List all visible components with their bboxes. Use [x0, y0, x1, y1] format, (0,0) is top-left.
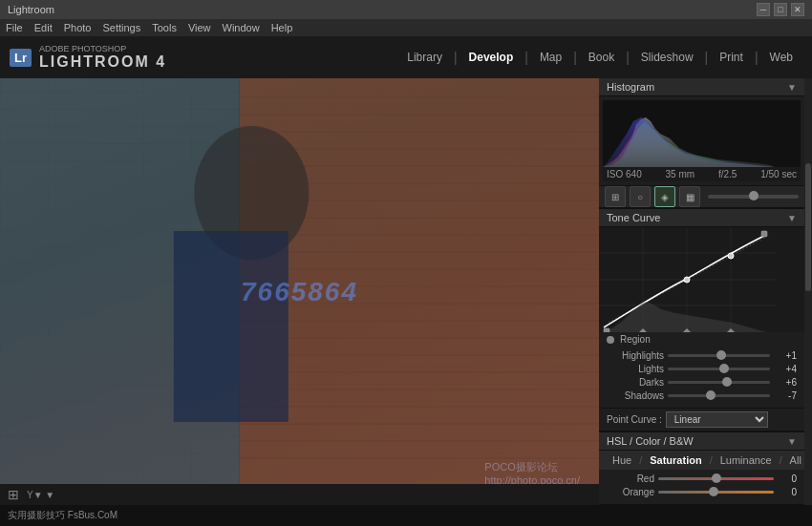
- histogram-graph: [603, 100, 801, 167]
- point-curve-label: Point Curve :: [607, 414, 662, 425]
- tab-map[interactable]: Map: [530, 47, 571, 68]
- region-label: Region: [620, 334, 651, 345]
- exposure-slider[interactable]: [708, 195, 799, 199]
- point-curve-select[interactable]: Linear Medium Contrast Strong Contrast: [666, 411, 768, 428]
- nav-sep-1: |: [454, 50, 458, 65]
- shadows-row: Shadows -7: [607, 390, 797, 401]
- svg-point-33: [684, 277, 690, 283]
- menu-window[interactable]: Window: [223, 22, 260, 33]
- histogram-arrow[interactable]: ▼: [787, 82, 797, 93]
- hsl-tabs: Hue / Saturation / Luminance / All: [599, 451, 804, 470]
- header: Lr ADOBE PHOTOSHOP LIGHTROOM 4 Library |…: [0, 36, 812, 78]
- nav-sep-6: |: [755, 50, 759, 65]
- title-bar: Lightroom ─ □ ✕: [0, 0, 812, 19]
- svg-rect-25: [174, 231, 288, 422]
- maximize-button[interactable]: □: [774, 3, 787, 16]
- window-controls[interactable]: ─ □ ✕: [757, 3, 804, 16]
- shadows-label: Shadows: [607, 390, 664, 401]
- tab-library[interactable]: Library: [397, 47, 452, 68]
- tab-book[interactable]: Book: [579, 47, 624, 68]
- hsl-header: HSL / Color / B&W ▼: [599, 432, 804, 451]
- shadows-value: -7: [774, 390, 797, 401]
- lights-track[interactable]: [668, 368, 770, 370]
- red-sat-row: Red 0: [607, 473, 797, 484]
- tone-curve-graph[interactable]: [599, 227, 804, 332]
- scrollbar-right[interactable]: [804, 78, 812, 505]
- slider-thumb: [749, 191, 759, 200]
- darks-row: Darks +6: [607, 377, 797, 388]
- photo-svg: [0, 78, 599, 505]
- logo-area: Lr ADOBE PHOTOSHOP LIGHTROOM 4: [10, 44, 166, 71]
- histogram-info: ISO 640 35 mm f/2.5 1/50 sec: [603, 167, 801, 181]
- tab-web[interactable]: Web: [760, 47, 802, 68]
- tab-print[interactable]: Print: [710, 47, 753, 68]
- footer-bar: 实用摄影技巧 FsBus.CoM: [0, 505, 812, 526]
- menu-tools[interactable]: Tools: [152, 22, 177, 33]
- photo-canvas: 7665864 POCO摄影论坛http://photo.poco.cn/: [0, 78, 599, 505]
- tone-curve-section: Tone Curve ▼: [599, 208, 804, 431]
- iso-value: ISO 640: [607, 169, 642, 179]
- darks-value: +6: [774, 377, 797, 388]
- tone-curve-arrow[interactable]: ▼: [787, 213, 797, 223]
- grad-tool[interactable]: ▦: [679, 186, 700, 207]
- tone-curve-header: Tone Curve ▼: [599, 209, 804, 227]
- shutter-value: 1/50 sec: [760, 169, 797, 179]
- region-label-row: Region: [599, 332, 804, 347]
- hsl-tab-all[interactable]: All: [782, 452, 804, 468]
- orange-sat-track[interactable]: [658, 491, 774, 494]
- highlights-label: Highlights: [607, 350, 664, 361]
- aperture-value: f/2.5: [718, 169, 737, 179]
- highlights-track[interactable]: [668, 354, 770, 357]
- poco-watermark: POCO摄影论坛http://photo.poco.cn/: [484, 460, 580, 486]
- red-sat-value: 0: [778, 473, 797, 484]
- darks-track[interactable]: [668, 381, 770, 384]
- tab-slideshow[interactable]: Slideshow: [631, 47, 703, 68]
- photo-area[interactable]: 7665864 POCO摄影论坛http://photo.poco.cn/ ⊞ …: [0, 78, 599, 505]
- menu-photo[interactable]: Photo: [64, 22, 92, 33]
- hsl-tab-luminance[interactable]: Luminance: [713, 452, 780, 468]
- red-sat-thumb: [712, 473, 721, 483]
- highlights-thumb: [716, 350, 726, 360]
- crop-tool[interactable]: ⊞: [605, 186, 626, 207]
- menu-settings[interactable]: Settings: [102, 22, 140, 33]
- scrollbar-thumb[interactable]: [805, 163, 811, 291]
- nav-tabs: Library | Develop | Map | Book | Slidesh…: [397, 47, 802, 68]
- adobe-label: ADOBE PHOTOSHOP: [39, 44, 166, 53]
- tone-curve-title: Tone Curve: [607, 212, 660, 223]
- minimize-button[interactable]: ─: [757, 3, 770, 16]
- svg-point-34: [728, 253, 734, 259]
- shadows-track[interactable]: [668, 394, 770, 397]
- hsl-tab-hue[interactable]: Hue: [605, 452, 639, 468]
- lights-value: +4: [774, 364, 797, 374]
- menu-file[interactable]: File: [6, 22, 23, 33]
- main-content: 7665864 POCO摄影论坛http://photo.poco.cn/ ⊞ …: [0, 78, 812, 505]
- lr-badge: Lr: [10, 49, 32, 67]
- svg-rect-36: [761, 231, 767, 237]
- xy-coords: Y▼ ▼: [27, 490, 54, 500]
- menu-edit[interactable]: Edit: [34, 22, 53, 33]
- footer-left: 实用摄影技巧 FsBus.CoM: [8, 509, 118, 522]
- highlights-value: +1: [774, 350, 797, 361]
- menu-bar: File Edit Photo Settings Tools View Wind…: [0, 19, 812, 36]
- orange-sat-value: 0: [778, 487, 797, 497]
- histogram-container: ISO 640 35 mm f/2.5 1/50 sec: [599, 96, 804, 185]
- product-title: LIGHTROOM 4: [39, 53, 166, 70]
- app-title: Lightroom: [8, 4, 54, 15]
- histogram-title: Histogram: [607, 81, 654, 93]
- histogram-header: Histogram ▼: [599, 78, 804, 96]
- tab-develop[interactable]: Develop: [459, 47, 524, 68]
- nav-sep-5: |: [705, 50, 709, 65]
- close-button[interactable]: ✕: [791, 3, 804, 16]
- right-panel: Histogram ▼: [599, 78, 804, 505]
- filmstrip-bar: ⊞ Y▼ ▼: [0, 484, 599, 505]
- hsl-tab-saturation[interactable]: Saturation: [642, 452, 709, 468]
- adjust-tool[interactable]: ◈: [654, 186, 675, 207]
- menu-view[interactable]: View: [188, 22, 211, 33]
- darks-label: Darks: [607, 377, 664, 388]
- red-sat-track[interactable]: [658, 477, 774, 480]
- tool-strip: ⊞ ○ ◈ ▦: [599, 185, 804, 208]
- heal-tool[interactable]: ○: [630, 186, 651, 207]
- hsl-arrow[interactable]: ▼: [787, 436, 797, 447]
- darks-thumb: [722, 377, 732, 387]
- menu-help[interactable]: Help: [271, 22, 293, 33]
